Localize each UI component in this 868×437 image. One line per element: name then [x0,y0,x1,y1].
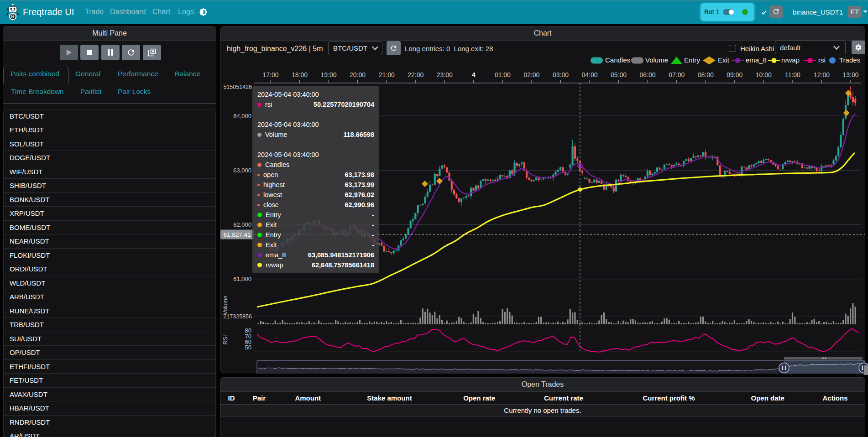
svg-text:03:00: 03:00 [553,71,569,78]
svg-text:23:00: 23:00 [437,71,453,78]
svg-text:13:00: 13:00 [842,71,858,78]
svg-text:ema_8: ema_8 [746,56,767,64]
svg-text:Candles: Candles [605,56,630,64]
svg-text:61,827.41: 61,827.41 [223,231,251,238]
svg-text:Trades: Trades [839,56,860,64]
svg-text:rvwap: rvwap [781,56,800,64]
svg-text:Exit: Exit [718,56,730,64]
svg-text:04:00: 04:00 [581,71,597,78]
svg-text:07:00: 07:00 [669,71,685,78]
svg-text:01:00: 01:00 [495,71,511,78]
svg-text:Entry: Entry [684,56,701,64]
svg-text:05:00: 05:00 [611,71,627,78]
svg-text:17:00: 17:00 [262,71,278,78]
svg-text:18:00: 18:00 [292,71,308,78]
svg-text:62,000: 62,000 [233,221,251,228]
svg-text:10:00: 10:00 [756,71,772,78]
svg-text:12:00: 12:00 [814,71,830,78]
svg-text:4: 4 [472,71,476,78]
svg-text:22:00: 22:00 [408,71,424,78]
svg-text:50: 50 [245,344,251,351]
svg-text:Volume: Volume [222,296,229,315]
svg-text:63,000: 63,000 [233,167,251,174]
svg-text:Volume: Volume [645,56,668,64]
svg-text:21:00: 21:00 [379,71,395,78]
svg-text:515051426: 515051426 [223,84,252,90]
svg-text:08:00: 08:00 [698,71,714,78]
svg-text:09:00: 09:00 [727,71,743,78]
svg-text:rsi: rsi [818,56,826,64]
svg-text:11:00: 11:00 [785,71,800,78]
svg-text:02:00: 02:00 [523,71,539,78]
svg-text:19:00: 19:00 [321,71,337,78]
svg-text:RSI: RSI [222,335,229,345]
svg-text:06:00: 06:00 [640,71,656,78]
svg-text:61,000: 61,000 [233,276,251,282]
svg-text:20:00: 20:00 [350,71,366,78]
svg-text:64,000: 64,000 [233,113,251,120]
